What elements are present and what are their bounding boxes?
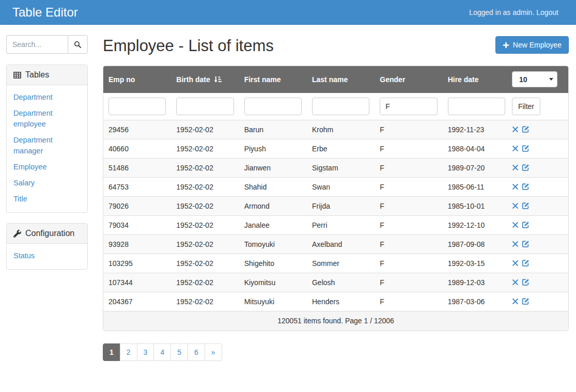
cell-last-name: Perri xyxy=(307,221,375,229)
page-size-select[interactable]: 10 xyxy=(512,71,557,87)
cell-hire-date: 1989-07-20 xyxy=(443,164,510,172)
edit-row-icon[interactable] xyxy=(522,202,530,210)
table-row: 93928 1952-02-02 Tomoyuki Axelband F 198… xyxy=(103,235,568,254)
cell-birth-date: 1952-02-02 xyxy=(171,221,239,229)
logout-link[interactable]: Logout xyxy=(536,8,558,17)
delete-row-icon[interactable] xyxy=(512,241,519,247)
search-button[interactable] xyxy=(68,35,88,54)
column-header[interactable]: Hire date xyxy=(443,75,510,84)
edit-row-icon[interactable] xyxy=(522,240,530,248)
delete-row-icon[interactable] xyxy=(512,222,519,228)
table-row: 64753 1952-02-02 Shahid Swan F 1985-06-1… xyxy=(103,178,568,197)
delete-row-icon[interactable] xyxy=(512,260,519,266)
edit-row-icon[interactable] xyxy=(522,126,530,133)
pagination-page[interactable]: 2 xyxy=(120,343,137,361)
cell-gender: F xyxy=(375,297,442,306)
cell-first-name: Janalee xyxy=(239,221,307,229)
delete-row-icon[interactable] xyxy=(512,183,519,190)
navbar-brand: Table Editor xyxy=(12,5,78,20)
column-header[interactable]: Emp no xyxy=(103,75,171,84)
table-row: 79034 1952-02-02 Janalee Perri F 1992-12… xyxy=(103,216,568,235)
delete-row-icon[interactable] xyxy=(512,202,519,209)
cell-emp-no: 29456 xyxy=(103,126,171,134)
filter-input[interactable] xyxy=(108,98,166,115)
table-row: 204367 1952-02-02 Mitsuyuki Henders F 19… xyxy=(103,292,568,311)
cell-emp-no: 64753 xyxy=(103,183,171,191)
cell-gender: F xyxy=(375,278,442,287)
cell-first-name: Shahid xyxy=(239,183,307,191)
cell-emp-no: 79034 xyxy=(103,221,171,229)
delete-row-icon[interactable] xyxy=(512,164,519,171)
cell-first-name: Piyush xyxy=(239,145,307,153)
filter-input[interactable] xyxy=(176,98,233,115)
column-header[interactable]: Gender xyxy=(375,75,442,84)
cell-last-name: Gelosh xyxy=(307,278,375,287)
sidebar-table-link[interactable]: Title xyxy=(7,191,87,207)
page-title: Employee - List of items xyxy=(103,35,274,57)
filter-input[interactable] xyxy=(312,98,369,115)
page-size-select-wrap: 10 xyxy=(512,71,557,87)
pagination-page[interactable]: 4 xyxy=(153,343,171,361)
cell-first-name: Mitsuyuki xyxy=(239,297,307,306)
table-body: 29456 1952-02-02 Barun Krohm F 1992-11-2… xyxy=(103,120,568,311)
delete-row-icon[interactable] xyxy=(512,298,519,305)
filter-button[interactable]: Filter xyxy=(512,98,540,115)
cell-last-name: Swan xyxy=(307,183,375,191)
cell-first-name: Tomoyuki xyxy=(239,240,307,248)
edit-row-icon[interactable] xyxy=(522,221,530,229)
tables-panel: Tables Department Department employee De… xyxy=(6,65,88,213)
filter-input[interactable] xyxy=(448,98,505,115)
edit-row-icon[interactable] xyxy=(522,183,530,191)
cell-birth-date: 1952-02-02 xyxy=(171,202,239,210)
table-row: 29456 1952-02-02 Barun Krohm F 1992-11-2… xyxy=(103,120,568,139)
search-input[interactable] xyxy=(6,35,68,54)
cell-gender: F xyxy=(375,221,442,229)
edit-row-icon[interactable] xyxy=(522,278,530,286)
sidebar-table-link[interactable]: Employee xyxy=(7,159,87,175)
cell-hire-date: 1985-10-01 xyxy=(443,202,510,210)
pagination-page[interactable]: » xyxy=(205,343,222,361)
cell-first-name: Jianwen xyxy=(239,164,307,172)
pagination-page[interactable]: 6 xyxy=(188,343,205,361)
cell-emp-no: 107344 xyxy=(103,278,171,287)
cell-birth-date: 1952-02-02 xyxy=(171,164,239,172)
cell-last-name: Henders xyxy=(307,297,375,306)
plus-icon xyxy=(503,42,509,49)
filter-row: Filter xyxy=(103,93,568,120)
cell-emp-no: 40660 xyxy=(103,145,171,153)
sidebar-table-link[interactable]: Department employee xyxy=(7,105,87,132)
delete-row-icon[interactable] xyxy=(512,145,519,152)
cell-hire-date: 1992-12-10 xyxy=(443,221,510,229)
pagination-page[interactable]: 1 xyxy=(103,343,120,361)
cell-hire-date: 1988-04-04 xyxy=(443,145,510,153)
wrench-icon xyxy=(13,230,21,238)
sidebar-config-link[interactable]: Status xyxy=(7,248,87,264)
sidebar: Tables Department Department employee De… xyxy=(6,35,88,361)
cell-first-name: Kiyomitsu xyxy=(239,278,307,287)
new-employee-button[interactable]: New Employee xyxy=(495,36,569,54)
cell-first-name: Shigehito xyxy=(239,259,307,268)
edit-row-icon[interactable] xyxy=(522,297,530,305)
pagination-page[interactable]: 5 xyxy=(170,343,188,361)
delete-row-icon[interactable] xyxy=(512,126,519,133)
table-header-row: Emp no Birth dat xyxy=(103,66,568,93)
cell-emp-no: 79026 xyxy=(103,202,171,210)
column-header[interactable]: Birth date xyxy=(171,75,239,84)
delete-row-icon[interactable] xyxy=(512,279,519,286)
filter-input[interactable] xyxy=(380,98,437,115)
pagination-page[interactable]: 3 xyxy=(137,343,154,361)
table-row: 79026 1952-02-02 Armond Frijda F 1985-10… xyxy=(103,197,568,216)
column-header[interactable]: Last name xyxy=(307,75,375,84)
edit-row-icon[interactable] xyxy=(522,145,530,152)
column-header[interactable]: First name xyxy=(239,75,307,84)
filter-input[interactable] xyxy=(244,98,302,115)
sidebar-table-link[interactable]: Salary xyxy=(7,175,87,191)
edit-row-icon[interactable] xyxy=(522,259,530,267)
sidebar-table-link[interactable]: Department manager xyxy=(7,132,87,159)
cell-birth-date: 1952-02-02 xyxy=(171,240,239,248)
edit-row-icon[interactable] xyxy=(522,164,530,171)
cell-hire-date: 1992-11-23 xyxy=(443,126,510,134)
cell-emp-no: 51486 xyxy=(103,164,171,172)
cell-birth-date: 1952-02-02 xyxy=(171,145,239,153)
sidebar-table-link[interactable]: Department xyxy=(7,89,87,105)
